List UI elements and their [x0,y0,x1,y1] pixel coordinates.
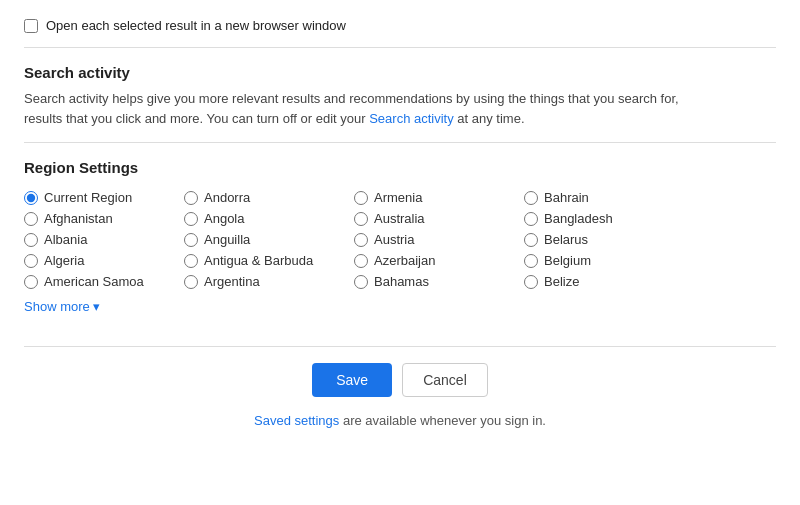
region-radio[interactable] [184,275,198,289]
region-radio-item[interactable]: Azerbaijan [354,253,524,268]
region-radio-item[interactable]: Belarus [524,232,684,247]
show-more-label: Show more [24,299,90,314]
search-activity-desc-part1: Search activity helps give you more rele… [24,91,679,126]
region-label: Andorra [204,190,250,205]
region-radio[interactable] [24,212,38,226]
region-label: Bahamas [374,274,429,289]
region-label: Austria [374,232,414,247]
search-activity-link[interactable]: Search activity [369,111,454,126]
cancel-button[interactable]: Cancel [402,363,488,397]
region-label: Armenia [374,190,422,205]
region-label: Australia [374,211,425,226]
region-radio[interactable] [184,233,198,247]
search-activity-desc-part2: at any time. [454,111,525,126]
show-more-arrow-icon: ▾ [93,299,100,314]
region-radio-item[interactable]: Andorra [184,190,354,205]
region-radio-item[interactable]: Bangladesh [524,211,684,226]
footer-row: Saved settings are available whenever yo… [24,413,776,428]
region-radio-item[interactable]: Current Region [24,190,184,205]
region-radio-item[interactable]: Argentina [184,274,354,289]
region-radio[interactable] [184,212,198,226]
region-radio-item[interactable]: Belize [524,274,684,289]
region-radio[interactable] [184,191,198,205]
region-label: Azerbaijan [374,253,435,268]
new-window-label: Open each selected result in a new brows… [46,18,346,33]
region-label: Angola [204,211,244,226]
region-label: Albania [44,232,87,247]
region-radio[interactable] [354,191,368,205]
region-radio[interactable] [24,191,38,205]
region-label: Antigua & Barbuda [204,253,313,268]
region-label: Afghanistan [44,211,113,226]
divider [24,346,776,347]
region-radio[interactable] [24,275,38,289]
region-radio[interactable] [24,254,38,268]
region-radio-item[interactable]: Algeria [24,253,184,268]
region-radio[interactable] [354,275,368,289]
region-radio-item[interactable]: Bahrain [524,190,684,205]
region-label: Bahrain [544,190,589,205]
saved-settings-link[interactable]: Saved settings [254,413,339,428]
region-radio[interactable] [24,233,38,247]
region-radio-item[interactable]: Bahamas [354,274,524,289]
region-radio[interactable] [354,233,368,247]
region-radio-item[interactable]: Australia [354,211,524,226]
region-radio[interactable] [184,254,198,268]
region-label: American Samoa [44,274,144,289]
region-radio-item[interactable]: Angola [184,211,354,226]
region-radio-item[interactable]: Afghanistan [24,211,184,226]
region-label: Belarus [544,232,588,247]
action-row: Save Cancel [24,363,776,397]
region-radio-item[interactable]: Belgium [524,253,684,268]
region-radio[interactable] [354,212,368,226]
search-activity-desc: Search activity helps give you more rele… [24,89,704,128]
region-label: Bangladesh [544,211,613,226]
region-label: Argentina [204,274,260,289]
region-radio[interactable] [524,191,538,205]
region-radio[interactable] [524,254,538,268]
search-activity-title: Search activity [24,64,776,81]
region-radio-item[interactable]: Albania [24,232,184,247]
region-label: Belgium [544,253,591,268]
region-radio-item[interactable]: Armenia [354,190,524,205]
show-more-link[interactable]: Show more ▾ [24,299,100,314]
region-label: Current Region [44,190,132,205]
region-label: Belize [544,274,579,289]
region-radio-item[interactable]: Antigua & Barbuda [184,253,354,268]
save-button[interactable]: Save [312,363,392,397]
region-label: Algeria [44,253,84,268]
region-radio-item[interactable]: American Samoa [24,274,184,289]
new-window-checkbox[interactable] [24,19,38,33]
region-settings-title: Region Settings [24,159,776,176]
region-radio-item[interactable]: Anguilla [184,232,354,247]
region-radio[interactable] [354,254,368,268]
region-label: Anguilla [204,232,250,247]
region-radio[interactable] [524,212,538,226]
saved-settings-text: are available whenever you sign in. [339,413,546,428]
region-radio[interactable] [524,275,538,289]
new-window-checkbox-row[interactable]: Open each selected result in a new brows… [24,18,776,33]
region-radio-item[interactable]: Austria [354,232,524,247]
region-radio[interactable] [524,233,538,247]
region-grid: Current RegionAndorraArmeniaBahrainAfgha… [24,190,776,289]
